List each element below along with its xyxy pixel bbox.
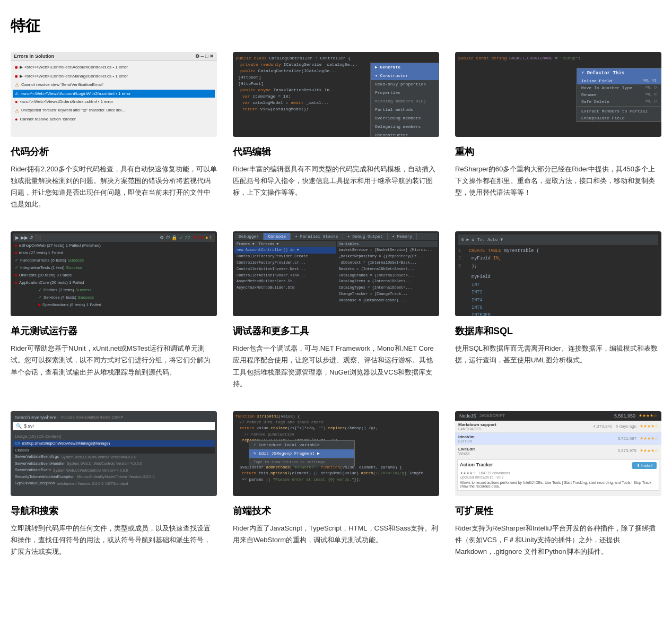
feature-card-frontend: function stripHtml(value) { // remove HT…: [233, 411, 439, 558]
feature-image-sql: ⚙ ▶ ♻ Tx: Auto ▼ 1CREATE TABLE myTestTab…: [455, 231, 661, 316]
feature-desc-frontend: Rider内置了JavaScript，TypeScript，HTML，CSS和S…: [233, 523, 439, 546]
feature-image-plugins: NodeJS JAVASCRIPT 5,591,950 ★★★★☆ Markdo…: [455, 411, 661, 496]
feature-title-debugger: 调试器和更多工具: [233, 325, 439, 337]
feature-desc-debugger: Rider包含一个调试器，可与.NET Framework，Mono和.NET …: [233, 343, 439, 389]
feature-desc-code-analysis: Rider拥有2,200多个实时代码检查，具有自动快速修复功能，可以单独或批量解…: [11, 163, 217, 210]
feature-card-database: ⚙ ▶ ♻ Tx: Auto ▼ 1CREATE TABLE myTestTab…: [455, 231, 661, 389]
feature-title-database: 数据库和SQL: [455, 325, 661, 337]
feature-card-debugger: Debugger Console ✦ Parallel Stacks ✦ Deb…: [233, 231, 439, 389]
feature-desc-database: 使用SQL和数据库而无需离开Rider。连接数据库，编辑模式和表数据，运行查询，…: [455, 343, 661, 366]
feature-card-code-editing: public class CatalogController : Control…: [233, 52, 439, 210]
feature-image-tests: ▶ ▶▶ ↺ ⬛ ⚙ ⏱ 🔒 ✓ 27 ✗ 26 ● 1 ■ eShopOnWe…: [11, 231, 217, 316]
feature-image-errors: Errors in Solution ⚙ ─ □ ✕ ■ ▶ <src>\<We…: [11, 52, 217, 137]
feature-card-navigation: Search Everywhere: Include non-solution …: [11, 411, 217, 558]
feature-title-frontend: 前端技术: [233, 505, 439, 517]
feature-title-code-analysis: 代码分析: [11, 145, 217, 158]
page-title: 特征: [11, 16, 661, 36]
feature-title-unit-test: 单元测试运行器: [11, 325, 217, 337]
feature-image-js: function stripHtml(value) { // remove HT…: [233, 411, 439, 496]
feature-image-refactor: public const string BASKET_COOKIENAME = …: [455, 52, 661, 137]
feature-title-navigation: 导航和搜索: [11, 505, 217, 517]
feature-desc-unit-test: Rider可帮助您基于NUnit，xUnit.net或MSTest运行和调试单元…: [11, 343, 217, 378]
feature-desc-code-editing: Rider丰富的编辑器具有不同类型的代码完成和代码模板，自动插入匹配括号和导入指…: [233, 163, 439, 198]
feature-card-extensibility: NodeJS JAVASCRIPT 5,591,950 ★★★★☆ Markdo…: [455, 411, 661, 558]
feature-desc-refactoring: ReSharper的60多个重构大部分已经在Rider中提供，其450多个上下文…: [455, 163, 661, 198]
features-grid: Errors in Solution ⚙ ─ □ ✕ ■ ▶ <src>\<We…: [11, 52, 661, 558]
feature-card-unit-test: ▶ ▶▶ ↺ ⬛ ⚙ ⏱ 🔒 ✓ 27 ✗ 26 ● 1 ■ eShopOnWe…: [11, 231, 217, 389]
feature-image-code-editing: public class CatalogController : Control…: [233, 52, 439, 137]
feature-title-extensibility: 可扩展性: [455, 505, 661, 517]
feature-desc-extensibility: Rider支持为ReSharper和IntelliJ平台开发的各种插件，除了捆绑…: [455, 523, 661, 558]
install-button[interactable]: ⬇ Install: [632, 462, 657, 469]
feature-desc-navigation: 立即跳转到代码库中的任何文件，类型或成员，以及快速查找设置和操作，查找任何符号的…: [11, 523, 217, 558]
feature-card-code-analysis: Errors in Solution ⚙ ─ □ ✕ ■ ▶ <src>\<We…: [11, 52, 217, 210]
feature-card-refactoring: public const string BASKET_COOKIENAME = …: [455, 52, 661, 210]
feature-title-refactoring: 重构: [455, 145, 661, 158]
feature-image-search: Search Everywhere: Include non-solution …: [11, 411, 217, 496]
feature-image-debugger: Debugger Console ✦ Parallel Stacks ✦ Deb…: [233, 231, 439, 316]
feature-title-code-editing: 代码编辑: [233, 145, 439, 158]
